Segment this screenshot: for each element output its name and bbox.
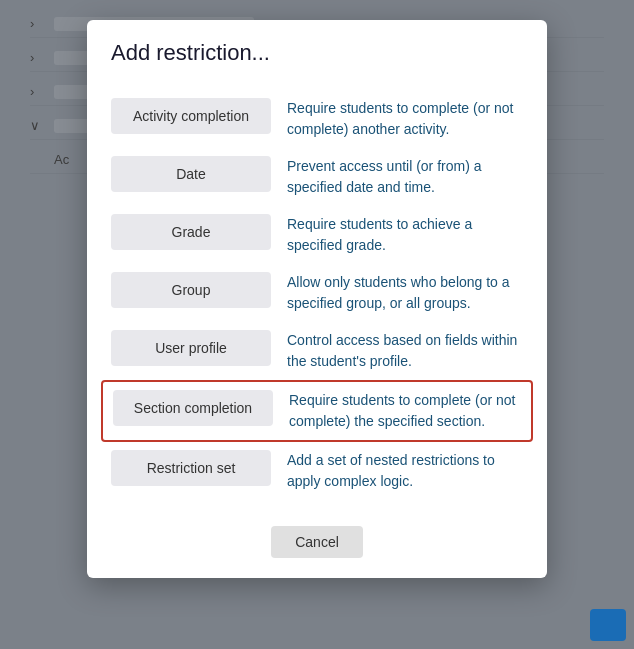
restriction-set-desc: Add a set of nested restrictions to appl… — [287, 450, 523, 492]
modal-body: Activity completion Require students to … — [87, 78, 547, 512]
section-completion-desc: Require students to complete (or not com… — [289, 390, 521, 432]
date-button[interactable]: Date — [111, 156, 271, 192]
restriction-set-button[interactable]: Restriction set — [111, 450, 271, 486]
grade-desc: Require students to achieve a specified … — [287, 214, 523, 256]
group-button[interactable]: Group — [111, 272, 271, 308]
modal-overlay: Add restriction... Activity completion R… — [0, 0, 634, 649]
user-profile-button[interactable]: User profile — [111, 330, 271, 366]
modal-dialog: Add restriction... Activity completion R… — [87, 20, 547, 578]
cancel-button[interactable]: Cancel — [271, 526, 363, 558]
restriction-row-restriction-set: Restriction set Add a set of nested rest… — [111, 442, 523, 500]
restriction-row-group: Group Allow only students who belong to … — [111, 264, 523, 322]
blue-button-partial — [590, 609, 626, 641]
restriction-row-section-completion: Section completion Require students to c… — [101, 380, 533, 442]
restriction-row-grade: Grade Require students to achieve a spec… — [111, 206, 523, 264]
modal-header: Add restriction... — [87, 20, 547, 78]
modal-footer: Cancel — [87, 512, 547, 578]
modal-title: Add restriction... — [111, 40, 523, 66]
date-desc: Prevent access until (or from) a specifi… — [287, 156, 523, 198]
group-desc: Allow only students who belong to a spec… — [287, 272, 523, 314]
restriction-row-activity-completion: Activity completion Require students to … — [111, 90, 523, 148]
section-completion-button[interactable]: Section completion — [113, 390, 273, 426]
grade-button[interactable]: Grade — [111, 214, 271, 250]
activity-completion-button[interactable]: Activity completion — [111, 98, 271, 134]
activity-completion-desc: Require students to complete (or not com… — [287, 98, 523, 140]
restriction-row-date: Date Prevent access until (or from) a sp… — [111, 148, 523, 206]
restriction-row-user-profile: User profile Control access based on fie… — [111, 322, 523, 380]
user-profile-desc: Control access based on fields within th… — [287, 330, 523, 372]
